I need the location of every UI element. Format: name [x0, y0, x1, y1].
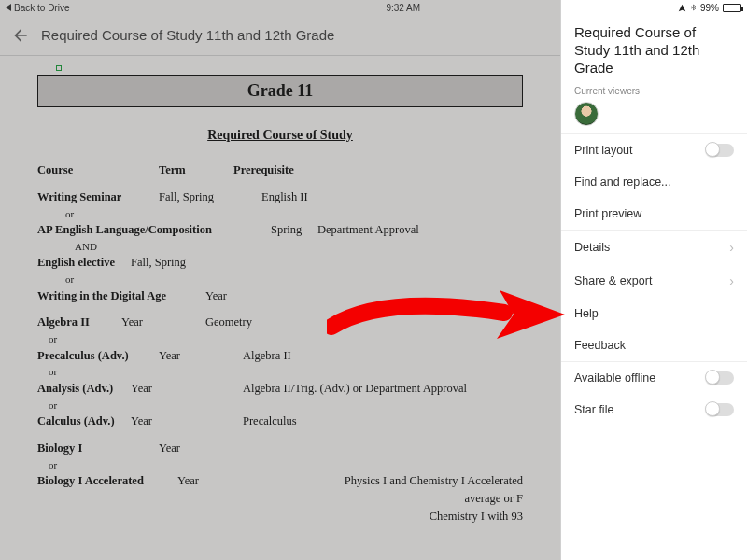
course-name: Writing Seminar — [37, 189, 159, 206]
course-name: AP English Language/Composition — [37, 221, 271, 239]
course-term: Fall, Spring — [131, 254, 523, 272]
course-term: Year — [131, 380, 243, 398]
course-prereq: Algebra II/Trig. (Adv.) or Department Ap… — [243, 380, 523, 398]
toggle-print-layout[interactable] — [706, 144, 734, 157]
menu-label: Feedback — [574, 339, 626, 352]
document-viewport[interactable]: Grade 11 Required Course of Study Course… — [0, 56, 560, 560]
course-name: Analysis (Adv.) — [37, 380, 131, 398]
course-name: Biology I Accelerated — [37, 472, 177, 525]
toggle-star[interactable] — [706, 403, 734, 416]
menu-label: Print layout — [574, 144, 633, 157]
connector-or: or — [37, 331, 523, 347]
connector-or: or — [37, 457, 523, 473]
viewer-avatar[interactable] — [574, 102, 599, 126]
course-name: Biology I — [37, 440, 159, 457]
course-prereq: Department Approval — [317, 221, 523, 239]
connector-or: or — [37, 206, 523, 222]
menu-help[interactable]: Help — [561, 298, 747, 329]
panel-title: Required Course of Study 11th and 12th G… — [561, 15, 747, 80]
course-term: Year — [159, 347, 243, 365]
viewers-label: Current viewers — [561, 80, 747, 100]
connector-or: or — [37, 398, 523, 413]
chevron-right-icon: › — [729, 240, 734, 255]
menu-label: Help — [574, 307, 599, 320]
course-prereq: Chemistry I with 93 — [299, 508, 523, 525]
toggle-offline[interactable] — [706, 371, 734, 385]
course-prereq: Algebra II — [243, 347, 523, 365]
course-term: Year — [131, 413, 243, 430]
menu-label: Details — [574, 241, 610, 254]
back-to-drive-link[interactable]: Back to Drive — [6, 3, 69, 13]
course-prereq: English II — [261, 189, 523, 206]
doc-subtitle: Required Course of Study — [37, 128, 523, 143]
course-name: Precalculus (Adv.) — [37, 347, 159, 365]
col-term: Term — [159, 161, 233, 179]
course-prereq: Precalculus — [243, 413, 523, 430]
menu-label: Find and replace... — [574, 175, 671, 189]
connector-and: AND — [37, 239, 523, 255]
menu-label: Star file — [574, 403, 613, 416]
course-term: Spring — [271, 221, 317, 239]
course-prereq: average or F — [299, 490, 523, 508]
selection-handle-icon — [56, 65, 62, 71]
back-arrow-button[interactable] — [9, 24, 32, 47]
menu-label: Available offline — [574, 371, 655, 385]
overflow-panel: 99% Required Course of Study 11th and 12… — [560, 0, 747, 560]
course-prereq: Physics I and Chemistry I Accelerated — [299, 472, 523, 490]
location-icon — [678, 4, 686, 12]
menu-details[interactable]: Details › — [561, 231, 747, 264]
chevron-right-icon: › — [729, 273, 734, 288]
battery-icon — [723, 4, 741, 12]
menu-feedback[interactable]: Feedback — [561, 329, 747, 361]
menu-find-replace[interactable]: Find and replace... — [561, 166, 747, 198]
grade-banner: Grade 11 — [37, 75, 523, 107]
page-title: Required Course of Study 11th and 12th G… — [41, 27, 334, 43]
menu-available-offline[interactable]: Available offline — [561, 362, 747, 394]
col-course: Course — [37, 161, 159, 179]
bluetooth-icon — [690, 3, 697, 12]
back-caret-icon — [6, 4, 11, 11]
menu-star-file[interactable]: Star file — [561, 394, 747, 426]
course-name: Calculus (Adv.) — [37, 413, 131, 430]
course-term: Year — [159, 440, 523, 457]
menu-label: Print preview — [574, 207, 641, 220]
back-to-drive-label: Back to Drive — [14, 3, 69, 13]
course-term: Fall, Spring — [159, 189, 261, 206]
course-name: English elective — [37, 254, 131, 272]
connector-or: or — [37, 364, 523, 380]
menu-print-preview[interactable]: Print preview — [561, 198, 747, 230]
course-term: Year — [205, 287, 523, 305]
menu-label: Share & export — [574, 274, 652, 287]
col-prereq: Prerequisite — [233, 161, 523, 179]
course-term: Year — [177, 472, 299, 525]
connector-or: or — [37, 272, 523, 287]
course-name: Writing in the Digital Age — [37, 287, 205, 305]
course-prereq: Geometry — [205, 314, 523, 331]
battery-percent: 99% — [700, 3, 719, 13]
menu-share-export[interactable]: Share & export › — [561, 264, 747, 298]
menu-print-layout[interactable]: Print layout — [561, 134, 747, 166]
course-name: Algebra II — [37, 314, 121, 331]
course-term: Year — [121, 314, 205, 331]
